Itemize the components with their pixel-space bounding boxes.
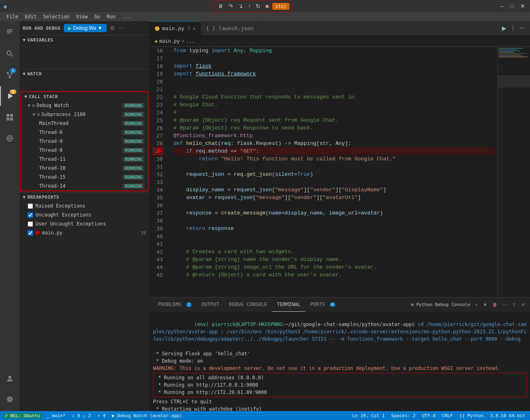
close-btn[interactable]: ✕ xyxy=(519,1,527,11)
callstack-item-thread9[interactable]: Thread-9 RUNNING xyxy=(21,137,148,146)
callstack-item-debugwatch[interactable]: ▼ ⚙ Debug Watch RUNNING xyxy=(21,101,148,110)
activity-source-control[interactable]: 5 xyxy=(0,65,20,85)
status-remote[interactable]: ☍ WSL: Ubuntu xyxy=(3,413,42,418)
svg-line-8 xyxy=(8,74,10,77)
status-position[interactable]: Ln 19, Col 1 xyxy=(351,413,386,418)
callstack-item-thread10[interactable]: Thread-10 RUNNING xyxy=(21,164,148,173)
more-terminal-btn[interactable]: ⋯ xyxy=(501,300,509,309)
breadcrumb-path[interactable]: ... xyxy=(186,38,195,44)
restart-btn[interactable]: ↻ xyxy=(254,1,262,11)
chevron-watch-icon: ▼ xyxy=(23,71,26,77)
code-line-28: def hello_chat(req: flask.Request) -> Ma… xyxy=(173,140,494,147)
variables-header[interactable]: ▼ VARIABLES xyxy=(20,35,149,44)
callstack-item-subprocess[interactable]: ▼ ⚙ Subprocess 2180 RUNNING xyxy=(21,110,148,119)
callstack-item-thread11[interactable]: Thread-11 RUNNING xyxy=(21,155,148,164)
thread-badge: RUNNING xyxy=(123,175,145,180)
menu-go[interactable]: Go xyxy=(91,12,103,21)
code-line-18: import flask xyxy=(173,62,494,70)
maximize-btn[interactable]: □ xyxy=(509,1,515,11)
maximize-panel-btn[interactable]: ⇧ xyxy=(510,300,518,309)
status-language[interactable]: {} Python xyxy=(458,413,485,418)
close-panel-btn[interactable]: ✕ xyxy=(519,300,527,309)
run-debug-btn[interactable]: ▶ Debug Wa ▼ xyxy=(64,24,107,32)
step-over-btn[interactable]: ↷ xyxy=(227,1,235,11)
activity-settings[interactable] xyxy=(0,390,20,409)
code-content[interactable]: from typing import Any, Mapping import f… xyxy=(170,47,497,297)
split-editor-btn[interactable]: ⎱ xyxy=(510,23,516,33)
terminal-line-8: * Restarting with watchdog (inotify) xyxy=(153,405,527,411)
menu-selection[interactable]: Selection xyxy=(40,12,73,21)
bp-mainpy-checkbox[interactable] xyxy=(28,230,33,236)
activity-extensions[interactable] xyxy=(0,107,20,127)
code-line-32: request_json = req.get_json(silent=True) xyxy=(173,171,494,178)
menu-file[interactable]: File xyxy=(3,12,22,21)
step-into-btn[interactable]: ↴ xyxy=(237,1,245,11)
activity-remote[interactable] xyxy=(0,129,20,148)
bp-raised-checkbox[interactable] xyxy=(28,203,33,209)
panel-tab-output[interactable]: OUTPUT xyxy=(197,298,224,312)
line-num-29: 29 xyxy=(150,147,167,155)
status-python-version[interactable]: 3.8.10 64-bit xyxy=(488,413,527,418)
tab-launch-json[interactable]: { } launch.json xyxy=(201,21,259,35)
bp-user-checkbox[interactable] xyxy=(28,221,33,227)
open-launch-json-btn[interactable]: ⚙ xyxy=(110,25,115,31)
bp-raised-exceptions: Raised Exceptions xyxy=(20,201,149,210)
new-terminal-btn[interactable]: + xyxy=(473,300,480,309)
activity-run-debug[interactable]: 1 xyxy=(0,86,20,106)
status-git[interactable]: ⎯ main* xyxy=(45,413,67,418)
stop-btn[interactable]: ■ xyxy=(264,1,270,11)
tab-close-main[interactable]: ✕ xyxy=(193,26,195,31)
breadcrumb-file[interactable]: main.py xyxy=(159,38,180,44)
bp-uncaught-checkbox[interactable] xyxy=(28,212,33,218)
chevron-item-icon: ▼ xyxy=(28,103,31,108)
terminal-dropdown-btn[interactable]: ▼ xyxy=(481,300,489,309)
minimap-content xyxy=(498,47,530,60)
activity-bar: 5 1 xyxy=(0,21,20,411)
callstack-item-thread15[interactable]: Thread-15 RUNNING xyxy=(21,173,148,182)
status-spaces[interactable]: Spaces: 2 xyxy=(390,413,417,418)
line-num-31: 31 xyxy=(150,163,167,171)
menu-edit[interactable]: Edit xyxy=(22,12,40,21)
line-num-45: 45 xyxy=(150,271,167,279)
status-info[interactable]: ⚡ 4 xyxy=(96,413,107,418)
breakpoints-header[interactable]: ▼ BREAKPOINTS xyxy=(20,192,149,201)
step-out-btn[interactable]: ↑ xyxy=(246,1,252,11)
status-eol[interactable]: CRLF xyxy=(440,413,455,418)
menu-run[interactable]: Run xyxy=(103,12,119,21)
tab-main-py[interactable]: ⬤ main.py 2 ✕ xyxy=(150,21,201,35)
line-num-24: 24 xyxy=(150,109,167,116)
activity-search[interactable] xyxy=(0,44,20,63)
clear-terminal-btn[interactable]: 🗑 xyxy=(491,300,499,309)
callstack-item-thread8[interactable]: Thread-8 RUNNING xyxy=(21,146,148,155)
pause-debug-btn[interactable]: ⏸ xyxy=(216,1,225,11)
panel-tab-problems[interactable]: PROBLEMS 2 xyxy=(153,298,197,312)
menu-view[interactable]: View xyxy=(73,12,91,21)
line-num-28: 28 xyxy=(150,140,167,147)
status-errors[interactable]: ⚠ 0 ▵ 2 xyxy=(70,413,92,418)
status-encoding[interactable]: UTF-8 xyxy=(420,413,437,418)
line-num-40: 40 xyxy=(150,232,167,240)
code-editor[interactable]: 16 17 18 19 20 21 22 23 24 25 26 27 28 xyxy=(150,47,530,297)
code-line-34: display_name = request_json["message"]["… xyxy=(173,186,494,194)
status-debug[interactable]: ▶ Debug Watch (avatar-app) xyxy=(110,413,184,418)
more-actions-btn[interactable]: ⋯ xyxy=(118,25,124,31)
panel-tab-debug-console[interactable]: DEBUG CONSOLE xyxy=(224,298,272,312)
svg-point-3 xyxy=(7,51,11,55)
activity-account[interactable] xyxy=(0,369,20,388)
terminal-line-7: Press CTRL+C to quit xyxy=(153,398,527,405)
minimize-btn[interactable]: ‒ xyxy=(499,1,506,11)
run-editor-btn[interactable]: ▶ xyxy=(500,23,508,33)
terminal-content[interactable]: (env) pierrick@LAPTOP-HKU5PNNG:~/git/goo… xyxy=(150,312,530,411)
activity-explorer[interactable] xyxy=(0,23,20,42)
callstack-header[interactable]: ▼ CALL STACK xyxy=(21,92,148,101)
panel-tab-terminal[interactable]: TERMINAL xyxy=(272,298,305,312)
callstack-item-thread14[interactable]: Thread-14 RUNNING xyxy=(21,182,148,190)
callstack-item-mainthread[interactable]: MainThread RUNNING xyxy=(21,119,148,128)
panel-tab-ports[interactable]: PORTS 4 xyxy=(305,298,340,312)
more-editor-btn[interactable]: ⋯ xyxy=(518,23,527,33)
watch-header[interactable]: ▼ WATCH xyxy=(20,69,149,78)
code-line-35: avatar = request_json["message"]["sender… xyxy=(173,194,494,201)
callstack-item-thread6[interactable]: Thread-6 RUNNING xyxy=(21,128,148,137)
terminal-line-4: * Running on all addresses (0.0.0.0) xyxy=(155,374,525,381)
menu-more[interactable]: ... xyxy=(119,12,134,21)
